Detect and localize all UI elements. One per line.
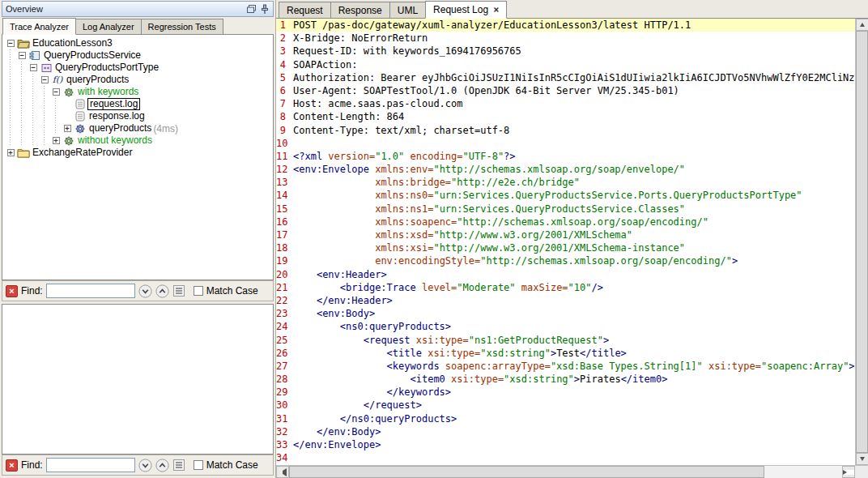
- match-case-checkbox[interactable]: [194, 460, 203, 470]
- function-icon: f(): [50, 74, 65, 86]
- scroll-right-icon[interactable]: [842, 466, 855, 478]
- tree-node-queryproductsservice[interactable]: −QueryProductsService: [5, 49, 273, 62]
- line-number: 25: [276, 334, 293, 347]
- folder-open-icon: [16, 37, 31, 49]
- tree-expander-icon[interactable]: −: [30, 64, 37, 71]
- code-area: 1POST /pas-doc/gateway/xuml-analyzer/Edu…: [276, 19, 868, 465]
- find-prev-icon[interactable]: [155, 284, 169, 298]
- tree-indent-guide: [50, 122, 62, 134]
- line-number: 30: [276, 399, 293, 412]
- tree-node-request-log[interactable]: request.log: [5, 98, 273, 110]
- tree-node-label: EducationLesson3: [31, 38, 114, 49]
- tree-indent-guide: [16, 62, 28, 74]
- analyzer-tabs: Trace AnalyzerLog AnalyzerRegression Tes…: [2, 17, 274, 35]
- line-number: 4: [276, 58, 293, 71]
- scroll-left-icon[interactable]: [276, 466, 289, 478]
- horizontal-scrollbar[interactable]: [276, 465, 855, 478]
- scrollbar-corner: [855, 465, 868, 478]
- tree-indent-guide: [16, 86, 28, 98]
- code-line: 17 xmlns:xsd="http://www.w3.org/2001/XML…: [276, 228, 855, 241]
- tree-expander-icon[interactable]: −: [7, 40, 15, 47]
- code-line-text: </env:Body>: [293, 425, 855, 438]
- close-find-icon[interactable]: ×: [6, 459, 18, 472]
- tree-node-exchangerateprovider[interactable]: +ExchangeRateProvider: [5, 147, 273, 159]
- tree-expander-icon[interactable]: +: [7, 149, 15, 156]
- code-line-text: </ns0:queryProducts>: [293, 412, 855, 425]
- tree-indent-guide: [39, 110, 50, 122]
- line-number: 6: [276, 84, 293, 97]
- match-case-checkbox[interactable]: [194, 286, 203, 296]
- tree-indent-guide: [5, 98, 16, 110]
- tab-response[interactable]: Response: [330, 2, 390, 18]
- tree-expander-icon[interactable]: +: [53, 137, 60, 144]
- request-log-view[interactable]: 1POST /pas-doc/gateway/xuml-analyzer/Edu…: [276, 19, 855, 465]
- float-window-icon[interactable]: [246, 4, 257, 14]
- code-line: 5Authorization: Bearer eyJhbGciOiJSUzI1N…: [276, 71, 855, 84]
- tree-node-without-keywords[interactable]: +without keywords: [5, 134, 273, 147]
- close-tab-icon[interactable]: ×: [493, 5, 499, 15]
- horizontal-scroll-track[interactable]: [289, 466, 842, 478]
- scroll-up-icon[interactable]: [856, 19, 868, 31]
- code-line: 8Content-Length: 864: [276, 110, 855, 123]
- find-prev-icon[interactable]: [155, 459, 169, 472]
- tree-indent-guide: [39, 122, 50, 134]
- tab-label: Request Log: [433, 4, 488, 15]
- pin-icon[interactable]: [260, 4, 270, 15]
- line-number: 16: [276, 216, 293, 228]
- line-number: 10: [276, 137, 293, 150]
- code-line: 10: [276, 137, 855, 150]
- tree-indent-guide: [16, 110, 28, 122]
- tree-expander-icon[interactable]: −: [41, 76, 49, 83]
- scroll-down-icon[interactable]: [856, 453, 868, 465]
- tab-request[interactable]: Request: [279, 2, 331, 18]
- tree-expander-icon[interactable]: −: [53, 88, 60, 96]
- line-number: 13: [276, 176, 293, 189]
- tree-expander-icon[interactable]: −: [19, 52, 26, 59]
- highlight-all-icon[interactable]: [172, 459, 185, 472]
- tree-node-response-log[interactable]: response.log: [5, 110, 273, 122]
- find-next-icon[interactable]: [138, 459, 152, 472]
- code-line-text: Authorization: Bearer eyJhbGciOiJSUzI1Ni…: [293, 71, 855, 84]
- find-bar-top: × Find: Match Case: [2, 280, 274, 301]
- code-line-text: </env:Envelope>: [293, 438, 855, 451]
- tree-node-with-keywords[interactable]: −with keywords: [5, 86, 273, 98]
- vertical-scroll-thumb[interactable]: [856, 31, 868, 453]
- line-number: 18: [276, 241, 293, 254]
- tree-node-educationlesson3[interactable]: −EducationLesson3: [5, 37, 273, 49]
- line-number: 5: [276, 71, 293, 84]
- tree-indent-guide: [5, 49, 16, 62]
- highlight-all-icon[interactable]: [172, 284, 185, 297]
- tab-request-log[interactable]: Request Log×: [425, 1, 507, 19]
- testcase-icon: [62, 86, 76, 98]
- tab-regression-tests[interactable]: Regression Tests: [141, 19, 223, 34]
- tab-trace-analyzer[interactable]: Trace Analyzer: [2, 18, 76, 35]
- line-number: 2: [276, 32, 293, 45]
- find-next-icon[interactable]: [138, 284, 152, 298]
- find-input[interactable]: [46, 284, 135, 298]
- tree-node-label: queryProducts: [65, 75, 130, 85]
- code-line-text: </env:Header>: [293, 294, 855, 307]
- close-find-icon[interactable]: ×: [6, 285, 18, 297]
- tree-node-queryproductsporttype[interactable]: −QueryProductsPortType: [5, 62, 273, 74]
- code-line: 24 <ns0:queryProducts>: [276, 320, 855, 333]
- vertical-scrollbar[interactable]: [855, 19, 868, 465]
- code-line-text: User-Agent: SOAPTestTool/1.0 (OpenJDK 64…: [293, 84, 855, 97]
- line-number: 8: [276, 110, 293, 123]
- code-line-text: Content-Type: text/xml; charset=utf-8: [293, 124, 855, 137]
- horizontal-scroll-thumb[interactable]: [289, 466, 764, 478]
- code-line-text: <env:Header>: [293, 268, 855, 281]
- tab-label: Response: [338, 5, 382, 16]
- tree-indent-guide: [16, 122, 28, 134]
- vertical-scroll-track[interactable]: [856, 31, 868, 453]
- tree-node-queryproducts[interactable]: −f()queryProducts: [5, 74, 273, 86]
- tab-uml[interactable]: UML: [389, 2, 426, 18]
- tree-node-label: ExchangeRateProvider: [31, 147, 134, 158]
- code-line-text: Host: acme.saas.pas-cloud.com: [293, 97, 855, 110]
- tab-log-analyzer[interactable]: Log Analyzer: [75, 19, 142, 34]
- log-tabs: RequestResponseUMLRequest Log×: [276, 0, 868, 19]
- tree-expander-icon[interactable]: +: [64, 125, 71, 132]
- find-input[interactable]: [46, 458, 135, 472]
- tree-connector: [62, 100, 73, 108]
- tree-node-label: without keywords: [76, 135, 154, 146]
- tree-node-queryproducts[interactable]: +queryProducts (4ms): [5, 122, 273, 134]
